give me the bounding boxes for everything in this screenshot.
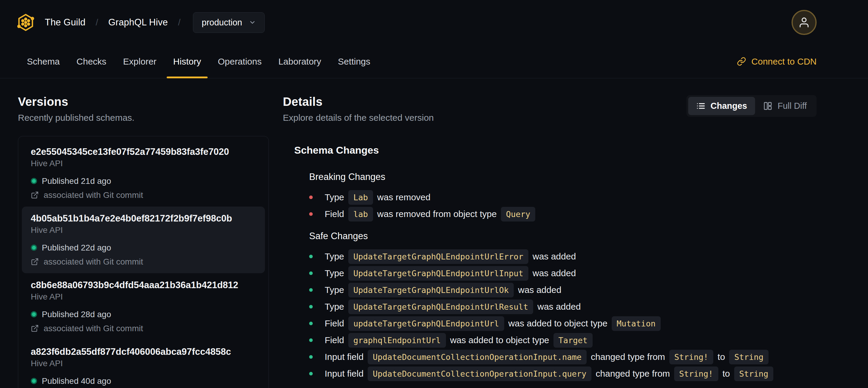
columns-icon [763,101,772,111]
change-text: was removed [377,192,430,202]
breadcrumb-org[interactable]: The Guild [45,17,86,28]
change-groups: Breaking ChangesTypeLabwas removedFieldl… [294,172,817,382]
tab-settings[interactable]: Settings [330,45,378,78]
details-title: Details [283,95,434,109]
change-item: Input fieldUpdateDocumentCollectionOpera… [309,365,817,382]
connect-to-cdn-link[interactable]: Connect to CDN [737,57,817,67]
breadcrumb-separator: / [96,17,98,28]
schema-code-chip: UpdateTargetGraphQLEndpointUrlOk [348,283,514,297]
git-commit-link[interactable]: associated with Git commit [31,323,256,333]
change-text: was removed from object type [377,209,497,219]
tab-laboratory[interactable]: Laboratory [270,45,330,78]
main-content: Versions Recently published schemas. e2e… [0,78,868,388]
version-item[interactable]: c8b6e88a06793b9c4dfd54aaa21b36a1b421d812… [22,273,265,340]
published-text: Published 40d ago [42,376,111,386]
published-status: Published 21d ago [31,176,256,186]
tab-schema[interactable]: Schema [19,45,68,78]
safe-bullet-dot [309,288,313,292]
change-text: Type [325,285,344,295]
schema-code-chip: Query [501,207,535,221]
version-hash: e2e55045345ce13fe07f52a77459b83fa3fe7020 [31,147,256,157]
breadcrumb-separator: / [178,17,180,28]
schema-code-chip: UpdateTargetGraphQLEndpointUrlError [348,249,528,264]
details-panel: Details Explore details of the selected … [283,95,817,388]
change-text: was added [518,285,561,295]
schema-code-chip: Target [554,333,593,348]
list-icon [696,101,706,111]
tab-label: History [173,57,201,67]
change-text: Field [325,209,344,219]
safe-bullet-dot [309,355,313,359]
git-commit-link[interactable]: associated with Git commit [31,190,256,200]
change-item: TypeLabwas removed [309,189,817,206]
versions-list: e2e55045345ce13fe07f52a77459b83fa3fe7020… [18,136,269,388]
git-commit-link[interactable]: associated with Git commit [31,257,256,267]
change-text: to [722,368,730,379]
view-toggle: Changes Full Diff [686,95,817,117]
versions-title: Versions [18,95,269,109]
change-list: TypeLabwas removedFieldlabwas removed fr… [309,189,817,222]
version-item[interactable]: e2e55045345ce13fe07f52a77459b83fa3fe7020… [22,140,265,207]
change-group-title: Breaking Changes [309,172,817,182]
schema-code-chip: Lab [348,190,373,205]
versions-panel: Versions Recently published schemas. e2e… [18,95,269,388]
version-item[interactable]: 4b05ab51b1b4a7e2e4b0ef82172f2b9f7ef98c0b… [22,207,265,273]
tab-label: Checks [76,57,106,67]
breadcrumb-project[interactable]: GraphQL Hive [108,17,168,28]
change-list: TypeUpdateTargetGraphQLEndpointUrlErrorw… [309,248,817,382]
tab-label: Settings [338,57,370,67]
schema-code-chip: UpdateTargetGraphQLEndpointUrlInput [348,266,528,281]
change-text: Input field [325,352,364,362]
change-group-breaking: Breaking ChangesTypeLabwas removedFieldl… [294,172,817,222]
details-heading-block: Details Explore details of the selected … [283,95,434,123]
tab-label: Operations [218,57,262,67]
version-service: Hive API [31,358,256,368]
full-diff-view-label: Full Diff [777,101,807,111]
changes-view-button[interactable]: Changes [688,97,755,115]
schema-changes-title: Schema Changes [294,144,817,156]
change-text: was added [537,302,581,312]
change-text: was added [533,268,576,278]
schema-code-chip: UpdateTargetGraphQLEndpointUrlResult [348,300,533,314]
tab-history[interactable]: History [165,45,209,78]
published-dot-icon [31,378,37,384]
git-commit-text: associated with Git commit [43,323,143,333]
published-text: Published 21d ago [42,176,111,186]
schema-code-chip: UpdateDocumentCollectionOperationInput.q… [368,366,591,381]
published-text: Published 22d ago [42,243,111,252]
published-text: Published 28d ago [42,309,111,319]
change-text: Type [325,251,344,262]
tab-explorer[interactable]: Explorer [115,45,165,78]
change-text: was added to object type [508,318,608,329]
change-item: TypeUpdateTargetGraphQLEndpointUrlResult… [309,298,817,315]
git-commit-text: associated with Git commit [43,190,143,200]
user-avatar-button[interactable] [792,10,817,35]
tab-operations[interactable]: Operations [209,45,270,78]
version-item[interactable]: a823f6db2a55df877dcf406006abca97fcc4858c… [22,340,265,388]
tab-checks[interactable]: Checks [68,45,115,78]
environment-dropdown[interactable]: production [193,12,265,33]
version-service: Hive API [31,158,256,168]
changes-view-label: Changes [711,101,747,111]
schema-code-chip: String [729,350,769,364]
tab-label: Laboratory [278,57,321,67]
git-commit-text: associated with Git commit [43,257,143,267]
connect-to-cdn-label: Connect to CDN [751,57,817,67]
published-status: Published 28d ago [31,309,256,319]
published-dot-icon [31,244,37,251]
details-header: Details Explore details of the selected … [283,95,817,123]
full-diff-view-button[interactable]: Full Diff [755,97,815,115]
hive-logo-icon[interactable] [17,13,35,31]
link-icon [737,57,746,66]
safe-bullet-dot [309,372,313,376]
tab-list: SchemaChecksExplorerHistoryOperationsLab… [19,45,379,78]
chevron-down-icon [249,19,256,26]
change-item: FieldgraphqlEndpointUrlwas added to obje… [309,332,817,349]
published-status: Published 40d ago [31,376,256,386]
external-link-icon [31,191,39,199]
safe-bullet-dot [309,305,313,308]
version-hash: a823f6db2a55df877dcf406006abca97fcc4858c [31,347,256,357]
schema-changes-section: Schema Changes Breaking ChangesTypeLabwa… [283,144,817,382]
change-item: TypeUpdateTargetGraphQLEndpointUrlOkwas … [309,281,817,298]
published-status: Published 22d ago [31,243,256,252]
